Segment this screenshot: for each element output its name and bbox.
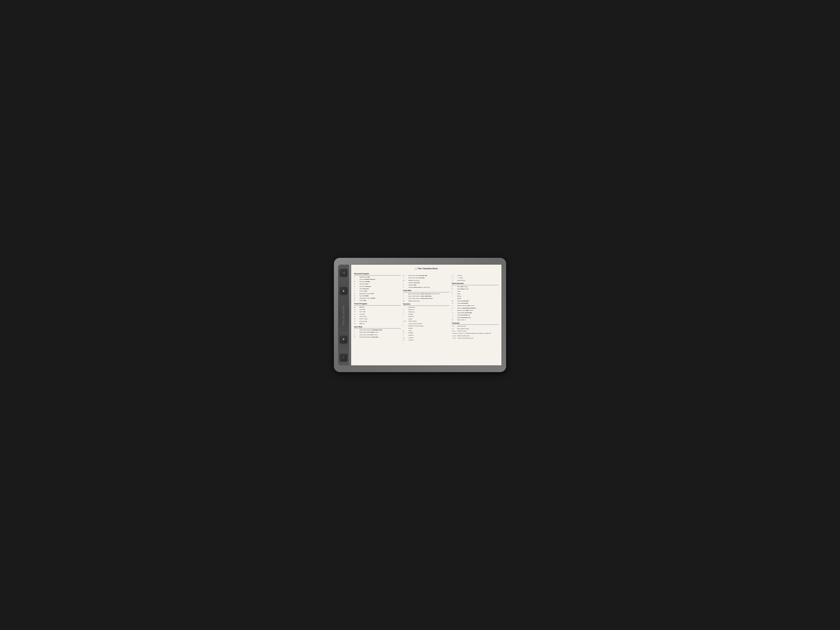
section-insert-mode: Insert Mode — [354, 326, 401, 328]
key — [403, 327, 407, 329]
key: dd — [452, 300, 456, 302]
column-1: Horizontal Navigation 0Beginning of line… — [354, 272, 401, 341]
up-button[interactable]: ▲ — [340, 287, 347, 294]
list-item: ==Auto-indent current line — [452, 312, 499, 314]
key: P — [452, 288, 456, 290]
desc: Enter insert mode next line — [409, 277, 425, 279]
key: V — [403, 295, 407, 297]
key: esc — [403, 300, 407, 302]
desc: down 1 page — [360, 321, 367, 322]
power-button[interactable]: ◁ — [340, 269, 347, 276]
key: . — [452, 295, 456, 297]
desc: first line — [360, 306, 365, 308]
desc: Shift current line left — [457, 314, 470, 316]
desc: Delete/cut — [409, 309, 415, 311]
list-item: wword — [403, 330, 450, 332]
desc: Yank/copy — [409, 311, 415, 313]
key: << — [452, 314, 456, 316]
list-item: EEnd of WORD — [354, 295, 401, 297]
list-item: VEnter visual mode to select entire line… — [403, 295, 450, 297]
list-item: Csubsitute from cursor to end of line — [403, 286, 450, 289]
list-item: ^vEnter visual mode to select boxes of t… — [403, 298, 450, 300]
section-horizontal-nav: Horizontal Navigation — [354, 273, 401, 276]
key: ^b — [354, 308, 359, 311]
desc: Subsitute pattern with replace in entire… — [466, 332, 491, 335]
key: E — [354, 295, 359, 297]
screen-content: 📖 Vim Cheatsheet Basics Horizontal Navig… — [351, 265, 502, 365]
key: ^d — [354, 318, 359, 320]
desc: Previous word — [360, 283, 368, 285]
desc: Enter insert mode after cursor — [360, 334, 377, 336]
key: O — [403, 275, 407, 277]
key: s — [403, 282, 407, 284]
desc: Beginning of line — [360, 276, 370, 278]
key: B — [354, 281, 359, 283]
list-item: ^uup ½ page — [354, 311, 401, 313]
desc: ( ) block — [457, 275, 462, 277]
desc: Paste after cursor — [457, 286, 468, 288]
section-commands: Commands — [452, 322, 499, 325]
key: :s/ pattern / replace /g — [452, 332, 465, 335]
list-item: bPrevious word — [354, 283, 401, 285]
key: :wq — [452, 325, 456, 327]
key: s — [403, 334, 407, 336]
desc: Undo — [457, 291, 461, 292]
list-item: >>Shift current line right — [452, 317, 499, 319]
list-item: aEnter insert mode after cursor — [354, 334, 401, 336]
desc: First non-blank character — [360, 278, 375, 281]
desc: Yank current line — [457, 302, 468, 305]
desc: Motion: — [409, 327, 413, 329]
section-vertical-nav: Vertical Navigation — [354, 303, 401, 306]
key: :h cmd — [452, 335, 456, 337]
list-item: ^jdown 1 line — [354, 316, 401, 318]
key: i — [403, 325, 407, 327]
list-item: :wqWrite and quit — [452, 325, 499, 327]
desc: Repeat — [457, 295, 461, 297]
key: $ — [354, 300, 359, 302]
key: <,> — [452, 277, 456, 279]
desc: Help for normal cmd — [457, 335, 470, 337]
key: ^v — [403, 298, 407, 300]
columns: Horizontal Navigation 0Beginning of line… — [354, 272, 499, 341]
list-item: ^Glast line — [354, 323, 401, 325]
list-item: ","'quoted string — [452, 279, 499, 282]
list-item: Operations: — [403, 306, 450, 308]
desc: Paste before cursor — [457, 288, 469, 290]
desc: Enter visual mode to select boxes of tex… — [409, 298, 433, 300]
desc: Beginning of next WORD — [360, 297, 375, 300]
list-item: [,][ ] block — [403, 337, 450, 339]
menu-button[interactable]: ⋮ — [340, 354, 347, 361]
desc: End of WORD — [360, 295, 369, 297]
key: ^u — [354, 311, 359, 313]
key: b — [354, 283, 359, 285]
desc: down 1 line — [360, 316, 366, 318]
desc: subsitute from cursor to end of line — [409, 286, 429, 289]
desc: Quit without saving — [457, 328, 469, 330]
list-item: ggfirst line — [354, 306, 401, 308]
key: nG — [452, 319, 456, 321]
key: W — [403, 332, 407, 334]
list-item: :! cmdExecute external shell cmd — [452, 337, 499, 339]
list-item: eEnd of word — [354, 290, 401, 292]
down-button[interactable]: ▼ — [340, 336, 347, 343]
list-item: OEnter insert mode previous line — [403, 275, 450, 277]
list-item: .Repeat — [452, 298, 499, 300]
list-item: <Shift left — [403, 316, 450, 318]
key: y — [403, 311, 407, 313]
desc: Redo — [457, 293, 460, 295]
desc: < > block — [457, 277, 463, 279]
desc: word at cursor position — [409, 323, 422, 325]
desc: End of line — [360, 300, 366, 302]
key: a — [354, 334, 359, 336]
key: ^f — [354, 321, 359, 322]
desc: Enter visual mode to select character be… — [409, 293, 440, 295]
desc: Shift left — [409, 316, 414, 318]
key: r — [452, 309, 456, 312]
key: ^G — [354, 323, 359, 325]
list-item: vEnter visual mode to select character b… — [403, 293, 450, 295]
key: (,) — [403, 339, 407, 341]
desc: Jump to matching parentheses — [457, 307, 476, 309]
list-item: BPrevious WORD — [354, 281, 401, 283]
list-item: uUndo — [452, 291, 499, 292]
desc: subsitute line — [409, 284, 417, 286]
